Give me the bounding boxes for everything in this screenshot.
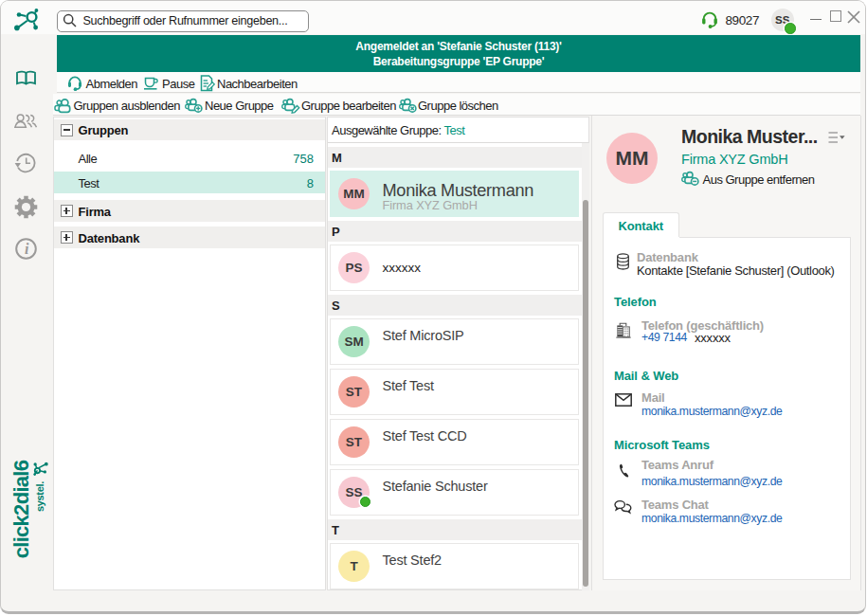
- svg-text:i: i: [24, 241, 28, 257]
